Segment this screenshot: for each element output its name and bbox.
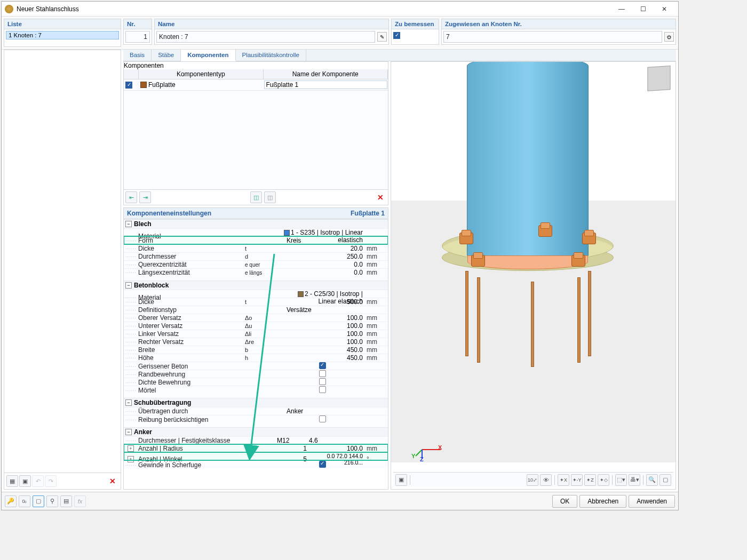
sidebar-tool-1[interactable]: ▦: [6, 475, 18, 487]
bemessen-checkbox[interactable]: ✓: [393, 32, 400, 39]
foot-tool-4[interactable]: ⚲: [46, 495, 58, 507]
component-color-chip: [140, 82, 147, 88]
anchor-bolt: [471, 255, 485, 267]
liste-header: Liste: [4, 19, 121, 29]
row-anzahl-radius[interactable]: +Anzahl | Radius1100.0mm: [124, 444, 388, 452]
window-title: Neuer Stahlanschluss: [17, 5, 611, 13]
sidebar-tool-4[interactable]: ↷: [45, 475, 57, 487]
knoten-field[interactable]: 7: [443, 31, 662, 43]
foot-tool-2[interactable]: 0₀: [19, 495, 30, 507]
name-field[interactable]: Knoten : 7: [156, 31, 375, 43]
liste-item[interactable]: 1 Knoten : 7: [6, 31, 119, 39]
pick-node-icon[interactable]: ⯐: [664, 32, 674, 42]
ok-button[interactable]: OK: [552, 495, 577, 508]
tab-komponenten[interactable]: Komponenten: [181, 50, 235, 61]
view-toolbar: ▣ 10⤢ 👁 ✦X ✦-Y ✦Z ✦◇ ⬚▾ 🖶▾: [393, 472, 673, 487]
komponenten-header: Komponenten: [124, 62, 388, 69]
view-tool-axis-xz[interactable]: ✦X: [558, 474, 569, 486]
svg-line-2: [416, 450, 422, 456]
gewinde-checkbox[interactable]: [319, 461, 326, 468]
sidebar-tool-2[interactable]: ▣: [19, 475, 31, 487]
anchor-bolt: [582, 233, 596, 244]
anchor-bolt: [459, 233, 473, 244]
cancel-button[interactable]: Abbrechen: [579, 495, 626, 508]
tab-basis[interactable]: Basis: [123, 50, 152, 61]
anchor-rod: [477, 277, 480, 363]
component-row[interactable]: ✓ Fußplatte Fußplatte 1: [124, 79, 388, 91]
view-tool-iso[interactable]: ✦◇: [598, 474, 609, 486]
app-icon: [5, 5, 13, 13]
tab-staebe[interactable]: Stäbe: [152, 50, 181, 61]
col-komponententyp: Komponententyp: [139, 69, 264, 79]
maximize-button[interactable]: ☐: [632, 3, 654, 15]
row-form[interactable]: ······FormKreis: [124, 236, 388, 244]
foot-tool-5[interactable]: ▤: [60, 495, 72, 507]
view-tool-axis-y[interactable]: ✦-Y: [571, 474, 583, 486]
bemessen-header: Zu bemessen: [392, 19, 439, 29]
toggle-blech[interactable]: −: [125, 221, 132, 227]
anchor-rod: [588, 271, 591, 356]
toggle-anker[interactable]: −: [125, 429, 132, 435]
rand-checkbox[interactable]: [319, 370, 326, 377]
anchor-rod: [465, 271, 468, 356]
view-tool-select[interactable]: ▣: [395, 474, 407, 486]
edit-name-icon[interactable]: ✎: [377, 32, 387, 42]
komp-dup-icon[interactable]: ⇥: [139, 191, 151, 203]
component-active-checkbox[interactable]: ✓: [125, 82, 132, 89]
settings-subtitle: Fußplatte 1: [351, 210, 385, 217]
tab-plausibilitaet[interactable]: Plausibilitätskontrolle: [236, 50, 306, 61]
dichte-checkbox[interactable]: [319, 378, 326, 385]
view-tool-eye[interactable]: 👁: [540, 474, 552, 486]
settings-header: Komponenteneinstellungen: [127, 210, 211, 217]
delete-icon[interactable]: ✕: [107, 475, 118, 487]
col-name-komponente: Name der Komponente: [264, 69, 388, 79]
view-tool-search[interactable]: 🔍: [646, 474, 658, 486]
view-tool-zoom[interactable]: 10⤢: [527, 474, 538, 486]
nav-cube[interactable]: [647, 66, 670, 91]
view-tool-axis-z[interactable]: ✦Z: [584, 474, 596, 486]
anchor-rod: [531, 282, 534, 367]
nr-field[interactable]: 1: [125, 31, 150, 43]
reibung-checkbox[interactable]: [319, 415, 326, 422]
sidebar: ▦ ▣ ↶ ↷ ✕: [4, 50, 121, 490]
anchor-rod: [577, 277, 581, 363]
toggle-schub[interactable]: −: [125, 399, 132, 406]
view-tool-print[interactable]: 🖶▾: [629, 474, 640, 486]
foot-tool-6[interactable]: fx: [74, 495, 86, 507]
sidebar-tool-3[interactable]: ↶: [32, 475, 44, 487]
name-header: Name: [155, 19, 388, 29]
titlebar: Neuer Stahlanschluss — ☐ ✕: [2, 2, 678, 17]
dialog-footer: 🔑 0₀ ▢ ⚲ ▤ fx OK Abbrechen Anwenden: [2, 492, 678, 510]
komp-add-icon[interactable]: ⇤: [125, 191, 137, 203]
view-tool-expand[interactable]: ▢: [659, 474, 671, 486]
row-anzahl-winkel[interactable]: +Anzahl | Winkel50.0 72.0 144.0 216.0...…: [124, 452, 388, 460]
nr-header: Nr.: [124, 19, 152, 29]
komp-lib1-icon[interactable]: ◫: [250, 191, 262, 203]
view-tool-cube[interactable]: ⬚▾: [615, 474, 627, 486]
close-button[interactable]: ✕: [654, 3, 675, 15]
komp-delete-icon[interactable]: ✕: [375, 191, 386, 203]
toggle-beton[interactable]: −: [125, 282, 132, 289]
minimize-button[interactable]: —: [611, 3, 632, 15]
anchor-bolt: [538, 225, 552, 237]
knoten-header: Zugewiesen an Knoten Nr.: [442, 19, 676, 29]
column-cylinder: [467, 61, 589, 266]
apply-button[interactable]: Anwenden: [629, 495, 675, 508]
foot-tool-3[interactable]: ▢: [33, 495, 44, 507]
foot-tool-1[interactable]: 🔑: [5, 495, 17, 507]
moertel-checkbox[interactable]: [319, 386, 326, 393]
komp-lib2-icon[interactable]: ◫: [264, 191, 276, 203]
3d-viewport[interactable]: X Y Z ▣ 10⤢ 👁 ✦X ✦-Y ✦Z ✦◇: [391, 61, 676, 490]
anchor-bolt: [571, 255, 585, 267]
axis-gizmo: X Y Z: [411, 428, 443, 460]
gerissener-checkbox[interactable]: [319, 362, 326, 369]
tabs: Basis Stäbe Komponenten Plausibilitätsko…: [123, 50, 676, 61]
